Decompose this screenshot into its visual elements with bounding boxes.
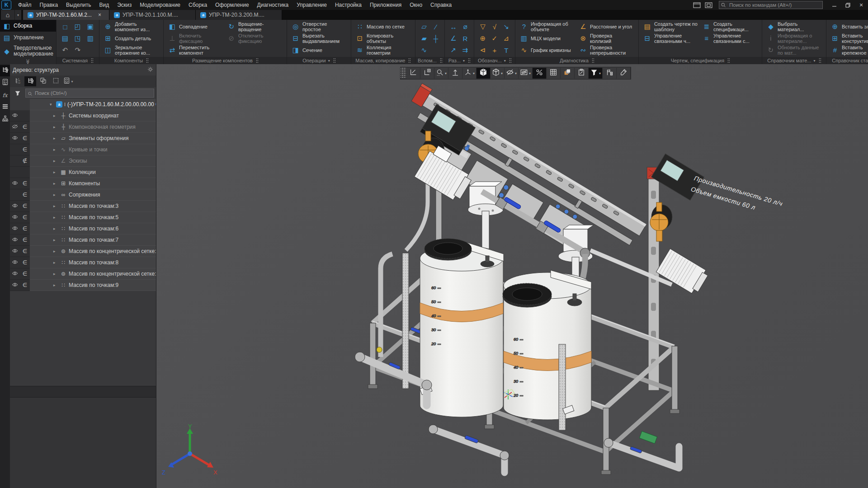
linked-bom-button[interactable]: ≡Управление связанными с...: [700, 33, 760, 44]
undo-icon[interactable]: ↶: [61, 46, 70, 55]
filter-icon[interactable]: [12, 89, 24, 98]
expand-arrow-icon[interactable]: ▸: [53, 249, 58, 253]
tree-item[interactable]: ∈▸∿Кривые и точки: [10, 144, 156, 155]
new-document-icon[interactable]: □: [61, 22, 70, 31]
base-icon[interactable]: ⊿: [502, 34, 511, 43]
include-toggle[interactable]: ∈: [20, 257, 30, 268]
ribbon-tab-management[interactable]: ▤Управление: [0, 32, 56, 43]
tree-item[interactable]: ∈▸╋Компоновочная геометрия: [10, 122, 156, 133]
save-icon[interactable]: ▣: [86, 22, 95, 31]
tree-item[interactable]: ∈▸∷Массив по точкам:8: [10, 257, 156, 268]
checkmark-icon[interactable]: ✓: [490, 34, 499, 43]
tree-item[interactable]: ∈▸⊚Массив по концентрической сетке:2: [10, 268, 156, 280]
leader-note-icon[interactable]: ↘: [502, 22, 511, 31]
print-icon[interactable]: ▤: [61, 34, 70, 43]
visibility-toggle[interactable]: [10, 223, 20, 235]
add-component-button[interactable]: ⊕Добавить компонент из...: [102, 21, 161, 33]
continuity-check-button[interactable]: ∾Проверка непрерывности: [577, 44, 636, 56]
expand-arrow-icon[interactable]: ▸: [53, 192, 58, 197]
include-toggle[interactable]: ∉: [20, 155, 30, 167]
visibility-toggle[interactable]: [10, 189, 20, 201]
text-icon[interactable]: T: [502, 46, 511, 55]
home-button[interactable]: ⌂: [1, 10, 14, 20]
tolerance-icon[interactable]: ⊕: [478, 34, 487, 43]
layout-columns-icon[interactable]: [691, 1, 703, 9]
group-grip-handle[interactable]: [727, 58, 730, 63]
mirror-component-button[interactable]: ◫Зеркальное отражение ко...: [102, 44, 161, 56]
include-toggle[interactable]: ∈: [20, 144, 30, 155]
construction-plane-icon[interactable]: ▱: [420, 22, 429, 31]
collision-check-button[interactable]: ⊗Проверка коллизий: [577, 33, 636, 44]
restore-button[interactable]: [841, 0, 854, 10]
expand-arrow-icon[interactable]: ▸: [53, 181, 58, 186]
cut-extrude-button[interactable]: ⊟Вырезать выдавливанием: [289, 33, 349, 44]
document-tab-2[interactable]: aУПР-ТМ-20.1.100.М....: [109, 10, 196, 20]
visibility-toggle[interactable]: [10, 268, 20, 280]
geometry-collection-button[interactable]: ≋Коллекция геометрии: [354, 44, 413, 56]
group-grip-handle[interactable]: [146, 58, 148, 63]
object-info-button[interactable]: ?Информация об объекте: [518, 21, 577, 33]
group-grip-handle[interactable]: [468, 58, 470, 63]
visibility-toggle[interactable]: [10, 144, 20, 155]
offset-plane-icon[interactable]: ▰: [420, 34, 429, 43]
tree-root-item[interactable]: ▾aI(-)УПР-ТМ-20.1.60.М.2.00.00.00.00 СБ: [10, 99, 156, 110]
menu-item-select[interactable]: Выделить: [62, 0, 95, 10]
tree-item[interactable]: ▸┼Системы координат: [10, 110, 156, 122]
include-toggle[interactable]: ∈: [20, 201, 30, 212]
expand-arrow-icon[interactable]: ▸: [53, 204, 58, 208]
visibility-toggle[interactable]: [10, 167, 20, 178]
include-toggle[interactable]: ∈: [20, 280, 30, 291]
include-toggle[interactable]: ∈: [20, 212, 30, 223]
include-toggle[interactable]: ∈: [20, 189, 30, 201]
tree-panel-icon[interactable]: [0, 65, 10, 76]
variables-panel-icon[interactable]: fx: [0, 89, 10, 101]
visibility-toggle[interactable]: [10, 246, 20, 257]
tree-numbered-icon[interactable]: 11112: [12, 76, 24, 86]
parameters-panel-icon[interactable]: [0, 77, 10, 89]
expand-arrow-icon[interactable]: ▸: [53, 260, 58, 265]
section-button[interactable]: ◨Сечение: [289, 44, 349, 56]
tree-item[interactable]: ▸▦Коллекции: [10, 167, 156, 178]
visibility-toggle[interactable]: [10, 133, 20, 144]
insert-feature-button[interactable]: ⊞Вставить конструктивн...: [829, 33, 868, 44]
visibility-toggle[interactable]: [10, 110, 20, 122]
visibility-toggle[interactable]: [10, 122, 20, 133]
grid-array-button[interactable]: ∷Массив по сетке: [354, 21, 413, 33]
expand-arrow-icon[interactable]: ▸: [53, 283, 58, 287]
menu-item-view[interactable]: Вид: [95, 0, 113, 10]
tree-item[interactable]: ∈▸∞Сопряжения: [10, 189, 156, 201]
visibility-toggle[interactable]: [10, 155, 20, 167]
menu-item-modeling[interactable]: Моделирование: [136, 0, 184, 10]
include-toggle[interactable]: ∈: [20, 246, 30, 257]
command-search-input[interactable]: [719, 1, 823, 9]
select-material-button[interactable]: ◆Выбрать материал...: [764, 21, 824, 33]
group-grip-handle[interactable]: [819, 58, 821, 63]
group-grip-handle[interactable]: [408, 58, 410, 63]
linear-dimension-icon[interactable]: ↔: [449, 22, 458, 31]
tree-selection-icon[interactable]: [50, 76, 61, 86]
include-toggle[interactable]: ∈: [20, 122, 30, 133]
tree-item[interactable]: ∈▸∷Массив по точкам:7: [10, 235, 156, 246]
tree-item[interactable]: ∈▸▱Элементы оформления: [10, 133, 156, 144]
chevron-down-icon[interactable]: ▾: [328, 59, 330, 63]
tree-item[interactable]: ∈▸⊞Компоненты: [10, 178, 156, 189]
viewport-3d[interactable]: ▾▾▾▾▾▾: [156, 64, 868, 488]
include-toggle[interactable]: [20, 167, 30, 178]
expand-arrow-icon[interactable]: ▸: [53, 170, 58, 174]
menu-item-file[interactable]: Файл: [14, 0, 36, 10]
position-icon[interactable]: +: [490, 46, 499, 55]
menu-item-window[interactable]: Окно: [406, 0, 426, 10]
tree-item[interactable]: ∈▸∷Массив по точкам:9: [10, 280, 156, 291]
rotation-mate-button[interactable]: ↻Вращение-вращение: [225, 21, 284, 33]
document-tab-1[interactable]: aУПР-ТМ-20.1.60.М.2...×: [23, 10, 109, 20]
include-toggle[interactable]: ∈: [20, 235, 30, 246]
menu-item-sketch[interactable]: Эскиз: [113, 0, 136, 10]
simple-hole-button[interactable]: ◎Отверстие простое: [289, 21, 349, 33]
menu-item-diagnostics[interactable]: Диагностика: [253, 0, 293, 10]
linked-drawings-button[interactable]: ⊟Управление связанными ч...: [641, 33, 700, 44]
angle-dimension-icon[interactable]: ∠: [449, 34, 458, 43]
tree-search-input[interactable]: [25, 89, 154, 98]
layout-screen-icon[interactable]: [703, 1, 714, 9]
tree-filter-list-icon[interactable]: ▾: [62, 76, 74, 86]
include-toggle[interactable]: ∈: [20, 133, 30, 144]
